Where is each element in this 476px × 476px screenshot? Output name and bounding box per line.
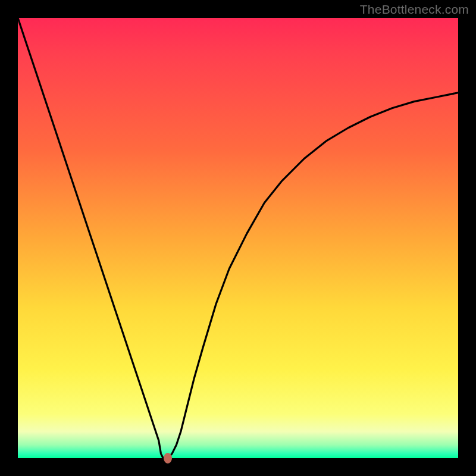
chart-frame: TheBottleneck.com [0, 0, 476, 476]
plot-area [18, 18, 458, 458]
watermark-label: TheBottleneck.com [360, 2, 469, 17]
vertex-marker [164, 453, 172, 464]
bottleneck-curve [18, 18, 458, 458]
